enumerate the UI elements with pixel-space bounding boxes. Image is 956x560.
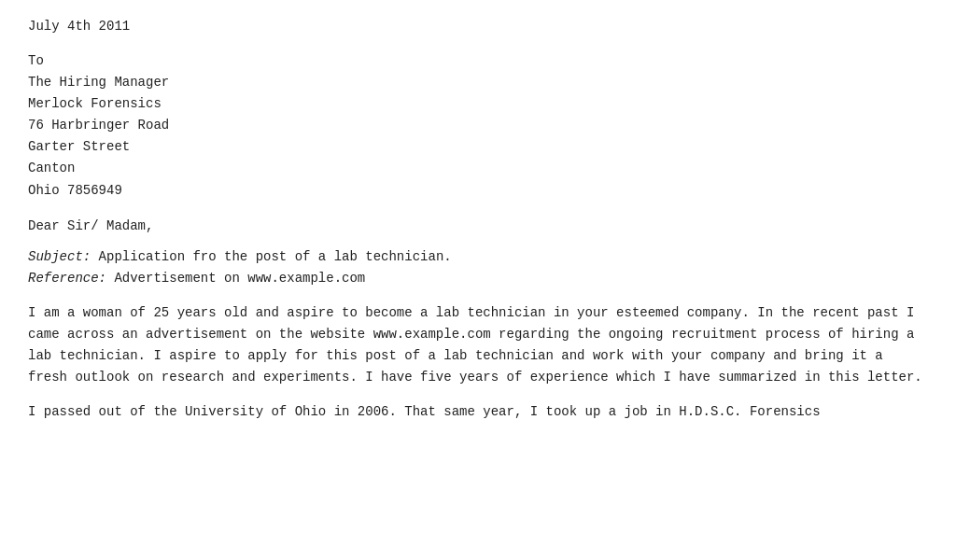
reference-text: Advertisement on www.example.com bbox=[106, 271, 365, 286]
recipient-state-zip: Ohio 7856949 bbox=[28, 180, 928, 202]
recipient-address1: 76 Harbringer Road bbox=[28, 115, 928, 136]
letter-container: July 4th 2011 To The Hiring Manager Merl… bbox=[0, 0, 956, 560]
recipient-company: Merlock Forensics bbox=[28, 93, 928, 115]
date-text: July 4th 2011 bbox=[28, 19, 130, 34]
salutation-text: Dear Sir/ Madam, bbox=[28, 218, 928, 233]
recipient-address2: Garter Street bbox=[28, 136, 928, 158]
paragraph2-text: I passed out of the University of Ohio i… bbox=[28, 401, 928, 423]
subject-text: Application fro the post of a lab techni… bbox=[91, 249, 451, 264]
body-paragraph-1: I am a woman of 25 years old and aspire … bbox=[28, 302, 928, 388]
subject-label: Subject: bbox=[28, 249, 91, 264]
recipient-name: The Hiring Manager bbox=[28, 72, 928, 93]
reference-label: Reference: bbox=[28, 271, 106, 286]
reference-line: Reference: Advertisement on www.example.… bbox=[28, 268, 928, 289]
to-block: To The Hiring Manager Merlock Forensics … bbox=[28, 50, 928, 202]
body-paragraph-2: I passed out of the University of Ohio i… bbox=[28, 401, 928, 423]
recipient-city: Canton bbox=[28, 158, 928, 179]
date-line: July 4th 2011 bbox=[28, 19, 928, 34]
paragraph1-text: I am a woman of 25 years old and aspire … bbox=[28, 302, 928, 388]
to-label: To bbox=[28, 50, 928, 72]
subject-line: Subject: Application fro the post of a l… bbox=[28, 246, 928, 268]
salutation: Dear Sir/ Madam, bbox=[28, 218, 928, 233]
subject-block: Subject: Application fro the post of a l… bbox=[28, 246, 928, 289]
